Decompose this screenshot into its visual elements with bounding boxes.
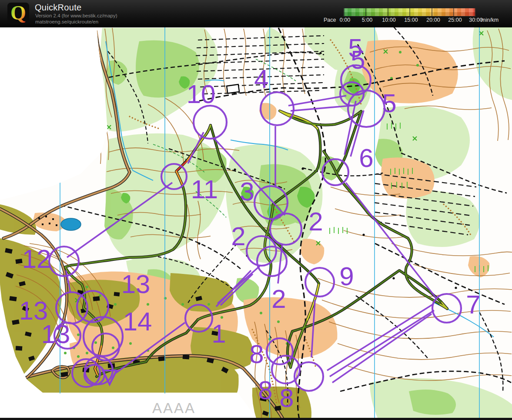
- website-link[interactable]: matstroeng.se/quickroute/en: [35, 19, 98, 24]
- legend-tick-mark: [475, 8, 475, 16]
- control-number: 8: [258, 376, 272, 405]
- control-number: 4: [254, 64, 268, 93]
- version-text: Version 2.4 (for www.bestik.cz/mapy): [35, 13, 117, 18]
- legend-tick-label: 20:00: [422, 17, 444, 23]
- map-watermark: AAAA: [152, 400, 196, 417]
- orienteering-map: 1 2 2 2 3 4 5 5 5 6 7 8 8 8 9 10 11 12 1…: [0, 0, 512, 420]
- control-number: 2: [308, 207, 323, 236]
- window-bottom-edge: [0, 418, 512, 420]
- control-number: 3: [240, 177, 254, 206]
- control-number: 11: [191, 175, 218, 204]
- legend-tick-mark: [432, 8, 432, 16]
- control-number: 1: [211, 319, 226, 348]
- pace-legend-bar: [343, 8, 476, 17]
- control-number: 13: [121, 270, 151, 299]
- control-number: 8: [249, 340, 264, 369]
- legend-tick-mark: [388, 8, 388, 16]
- legend-tick-label: 15:00: [400, 17, 422, 23]
- legend-tick-label: 5:00: [356, 17, 378, 23]
- control-number: 10: [187, 80, 216, 109]
- control-number: 7: [466, 290, 480, 319]
- control-number: 12: [22, 244, 51, 273]
- title-bar: Q QuickRoute Version 2.4 (for www.bestik…: [0, 0, 512, 27]
- quickroute-logo-icon: Q: [7, 2, 30, 25]
- control-number: 5: [351, 45, 365, 74]
- control-number: 6: [359, 143, 373, 173]
- control-number: 5: [382, 89, 396, 118]
- legend-tick-label: 25:00: [444, 17, 466, 23]
- control-number: 14: [123, 307, 152, 336]
- legend-tick-label: 0:00: [334, 17, 356, 23]
- svg-text:Q: Q: [10, 2, 26, 24]
- legend-tick-mark: [409, 8, 410, 16]
- control-number: 13: [41, 320, 70, 349]
- control-number: 2: [271, 284, 286, 313]
- legend-tick-mark: [344, 8, 345, 16]
- legend-unit-label: min/km: [481, 17, 499, 23]
- legend-tick-mark: [365, 8, 366, 16]
- legend-tick-label: 10:00: [378, 17, 400, 23]
- control-number: 8: [279, 383, 294, 413]
- map-canvas[interactable]: 1 2 2 2 3 4 5 5 5 6 7 8 8 8 9 10 11 12 1…: [0, 0, 512, 420]
- control-number: 2: [231, 222, 245, 251]
- app-title: QuickRoute: [35, 3, 82, 13]
- legend-tick-mark: [453, 8, 454, 16]
- control-number: 9: [339, 262, 354, 291]
